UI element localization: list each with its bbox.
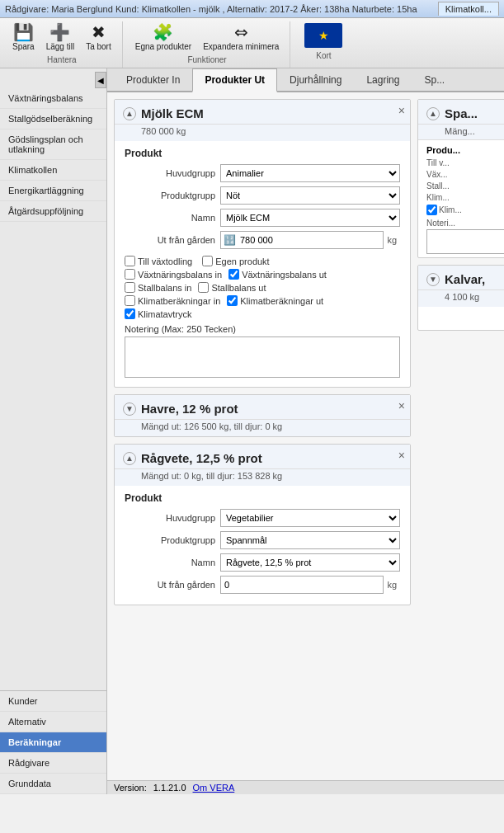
lagg-till-label: Lägg till (46, 42, 74, 51)
funktioner-label: Funktioner (187, 55, 226, 64)
sidebar-bottom-kunder[interactable]: Kunder (0, 691, 106, 712)
toolbar-group-kort: ★ Kort (295, 21, 355, 64)
eu-logo: ★ (302, 21, 345, 49)
sidebar-toggle[interactable]: ◀ (95, 72, 106, 88)
card-ragvete-body: Produkt Huvudgrupp Vegetabilier Produktg… (115, 486, 410, 605)
input-ragvete-ut-fran-garden[interactable] (220, 576, 384, 594)
lagg-till-icon: ➕ (49, 24, 70, 40)
checkbox-row-2: Växtnäringsbalans in Växtnäringsbalans u… (125, 269, 400, 280)
input-calculator-icon: 🔢 (221, 234, 238, 246)
sidebar-item-stallgodsel[interactable]: Stallgödselberäkning (0, 109, 106, 129)
sidebar-item-klimatkollen[interactable]: Klimatkollen (0, 160, 106, 181)
sidebar-bottom-berakningar[interactable]: Beräkningar (0, 732, 106, 753)
expandera-minimera-label: Expandera minimera (203, 42, 279, 51)
checkbox-klimat-in[interactable]: Klimatberäkningar in (125, 295, 220, 306)
select-ragvete-huvudgrupp[interactable]: Vegetabilier (220, 509, 400, 527)
sidebar-item-atgardsuppfoljning[interactable]: Åtgärdsuppföljning (0, 201, 106, 222)
checkbox-stallbalans-ut[interactable]: Stallbalans ut (198, 282, 266, 293)
card-spa-chevron[interactable]: ▲ (426, 107, 440, 120)
note-textarea[interactable] (125, 336, 400, 378)
sidebar-item-energikartlaggning[interactable]: Energikartläggning (0, 181, 106, 201)
input-ut-fran-garden[interactable]: 🔢 (220, 231, 384, 249)
checkbox-vaxtnaring-in-input[interactable] (125, 269, 135, 280)
toolbar: 💾 Spara ➕ Lägg till ✖ Ta bort Hantera 🧩 … (0, 18, 504, 68)
select-huvudgrupp[interactable]: Animalier (220, 164, 400, 182)
card-mjolk-header: ▲ Mjölk ECM (115, 100, 410, 125)
checkbox-klimat-ut[interactable]: Klimatberäkningar ut (227, 295, 323, 306)
card-havre-close[interactable]: × (398, 400, 405, 412)
ta-bort-icon: ✖ (92, 24, 106, 40)
version-label: Version: (114, 783, 147, 793)
checkbox-stallbalans-ut-input[interactable] (198, 282, 209, 293)
ta-bort-button[interactable]: ✖ Ta bort (82, 21, 115, 54)
toolbar-buttons-funktioner: 🧩 Egna produkter ⇔ Expandera minimera (131, 21, 284, 54)
card-mjolk-section-label: Produkt (125, 148, 400, 159)
checkbox-till-vaxtodling-input[interactable] (125, 256, 135, 266)
checkbox-stallbalans-in-input[interactable] (125, 282, 135, 293)
card-spa-fields: Till v... Väx... Stall... Klim... Klim..… (426, 158, 504, 215)
card-mjolk-chevron[interactable]: ▲ (123, 107, 136, 120)
select-ragvete-namn[interactable]: Rågvete, 12,5 % prot (220, 553, 400, 572)
tab-produkter-in[interactable]: Produkter In (114, 68, 192, 92)
form-row-huvudgrupp: Huvudgrupp Animalier (125, 164, 400, 182)
checkbox-klimatavtryck[interactable]: Klimatavtryck (125, 308, 191, 319)
om-vera-link[interactable]: Om VERA (193, 783, 235, 793)
card-havre-subtitle: Mängd ut: 126 500 kg, till djur: 0 kg (115, 420, 410, 436)
toolbar-group-funktioner: 🧩 Egna produkter ⇔ Expandera minimera Fu… (128, 21, 291, 68)
select-produktgrupp[interactable]: Nöt (220, 186, 400, 205)
card-spa-section: Produ... (426, 145, 504, 155)
lagg-till-button[interactable]: ➕ Lägg till (42, 21, 78, 54)
tab-lagring[interactable]: Lagring (354, 68, 412, 92)
checkbox-klimatavtryck-input[interactable] (125, 308, 135, 319)
card-spa-header: ▲ Spa... (418, 100, 504, 125)
label-ragvete-ut-fran-garden: Ut från gården (125, 580, 215, 590)
checkbox-klimat-ut-input[interactable] (227, 295, 238, 306)
spa-checkbox[interactable] (426, 205, 437, 215)
form-row-produktgrupp: Produktgrupp Nöt (125, 186, 400, 205)
card-ragvete-close[interactable]: × (398, 449, 405, 461)
form-row-namn: Namn Mjölk ECM (125, 209, 400, 227)
tab-produkter-ut[interactable]: Produkter Ut (192, 68, 277, 92)
note-label: Notering (Max: 250 Tecken) (125, 324, 400, 334)
expandera-minimera-button[interactable]: ⇔ Expandera minimera (199, 21, 283, 54)
sidebar-bottom-radgivare[interactable]: Rådgivare (0, 753, 106, 774)
checkbox-vaxtnaring-ut[interactable]: Växtnäringsbalans ut (228, 269, 327, 280)
card-kalvar-chevron[interactable]: ▼ (426, 273, 440, 286)
kort-label: Kort (316, 51, 331, 60)
checkbox-row-4: Klimatberäkningar in Klimatberäkningar u… (125, 295, 400, 306)
spara-label: Spara (12, 42, 35, 51)
sidebar: ◀ Växtnäringsbalans Stallgödselberäkning… (0, 68, 107, 794)
egna-produkter-button[interactable]: 🧩 Egna produkter (131, 21, 195, 54)
spa-field-row-4: Klim... (426, 193, 504, 202)
card-mjolk-close[interactable]: × (398, 105, 405, 116)
card-ragvete-chevron[interactable]: ▲ (123, 452, 136, 465)
card-ragvete: ▲ Rågvete, 12,5 % prot Mängd ut: 0 kg, t… (114, 444, 411, 605)
spa-field-row-3: Stall... (426, 181, 504, 191)
checkbox-vaxtnaring-ut-input[interactable] (228, 269, 239, 280)
checkbox-vaxtnaring-in[interactable]: Växtnäringsbalans in (125, 269, 222, 280)
select-namn[interactable]: Mjölk ECM (220, 209, 400, 227)
tab-djurhallning[interactable]: Djurhållning (277, 68, 354, 92)
card-mjolk-ecm: ▲ Mjölk ECM 780 000 kg × Produkt Huvudgr… (114, 99, 411, 388)
select-ragvete-produktgrupp[interactable]: Spannmål (220, 531, 400, 549)
sidebar-bottom-grunddata[interactable]: Grunddata (0, 774, 106, 794)
checkbox-egen-produkt[interactable]: Egen produkt (202, 256, 269, 266)
tab-sp[interactable]: Sp... (412, 68, 457, 92)
top-bar-tab[interactable]: Klimatkoll... (438, 2, 499, 16)
checkbox-till-vaxtodling[interactable]: Till växtodling (125, 256, 192, 266)
sidebar-item-vaxtnaring[interactable]: Växtnäringsbalans (0, 88, 106, 109)
checkbox-egen-produkt-input[interactable] (202, 256, 213, 266)
card-havre-chevron[interactable]: ▼ (123, 402, 136, 416)
content-area: Produkter In Produkter Ut Djurhållning L… (107, 68, 504, 794)
sidebar-item-godslingsplan[interactable]: Gödslingsplan och utlakning (0, 129, 106, 160)
input-ut-fran-garden-value[interactable] (238, 235, 383, 245)
checkbox-stallbalans-in[interactable]: Stallbalans in (125, 282, 191, 293)
card-ragvete-section-label: Produkt (125, 492, 400, 504)
checkbox-row-3: Stallbalans in Stallbalans ut (125, 282, 400, 293)
checkbox-klimat-in-input[interactable] (125, 295, 135, 306)
sidebar-bottom-alternativ[interactable]: Alternativ (0, 712, 106, 732)
spara-button[interactable]: 💾 Spara (8, 21, 39, 54)
unit-kg-2: kg (384, 580, 400, 590)
label-produktgrupp: Produktgrupp (125, 191, 215, 200)
card-spa-subtitle: Mäng... (418, 125, 504, 140)
